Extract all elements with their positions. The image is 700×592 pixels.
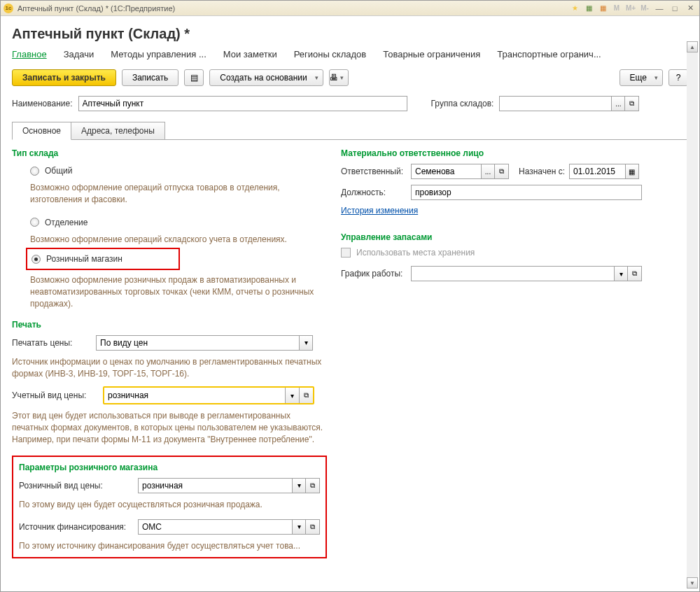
help-price-source: Источник информации о ценах по умолчанию… — [12, 356, 327, 380]
calculator-icon[interactable]: ▦ — [583, 3, 594, 14]
wh-type-title: Тип склада — [12, 148, 327, 158]
more-button[interactable]: Еще — [620, 69, 663, 86]
responsible-input[interactable] — [411, 164, 481, 179]
memory-m-icon[interactable]: M — [611, 3, 622, 14]
scroll-up-button[interactable]: ▲ — [687, 41, 698, 52]
list-icon-button[interactable]: ▤ — [184, 69, 204, 86]
nav-tab-notes[interactable]: Мои заметки — [223, 49, 277, 59]
titlebar-text: Аптечный пункт (Склад) * (1С:Предприятие… — [18, 4, 569, 13]
toolbar: Записать и закрыть Записать ▤ Создать на… — [12, 69, 688, 86]
schedule-label: График работы: — [341, 269, 411, 279]
help-retail-price: По этому виду цен будет осуществляться р… — [19, 499, 320, 511]
stock-title: Управление запасами — [341, 232, 688, 242]
radio-retail-label: Розничный магазин — [46, 254, 122, 264]
memory-mminus-icon[interactable]: M- — [639, 3, 650, 14]
retail-price-dropdown-button[interactable]: ▾ — [292, 478, 306, 493]
nav-tabs: Главное Задачи Методы управления ... Мои… — [12, 49, 688, 59]
scroll-track[interactable] — [687, 52, 698, 577]
responsible-label: Ответственный: — [341, 167, 411, 176]
mol-title: Материально ответственное лицо — [341, 148, 688, 158]
radio-dept[interactable]: Отделение — [12, 216, 327, 230]
memory-mplus-icon[interactable]: M+ — [625, 3, 636, 14]
calendar-icon[interactable]: ▦ — [597, 3, 608, 14]
scroll-down-button[interactable]: ▼ — [687, 577, 698, 589]
schedule-dropdown-button[interactable]: ▾ — [614, 266, 628, 281]
save-button[interactable]: Записать — [122, 69, 178, 86]
radio-icon — [30, 167, 39, 176]
retail-params-box: Параметры розничного магазина Розничный … — [12, 456, 327, 559]
inner-tab-addresses[interactable]: Адреса, телефоны — [71, 122, 165, 140]
retail-price-input[interactable] — [138, 478, 292, 493]
acc-price-dropdown-button[interactable]: ▾ — [285, 388, 299, 403]
help-dept: Возможно оформление операций складского … — [12, 234, 327, 246]
acc-price-open-button[interactable]: ⧉ — [299, 388, 313, 403]
assigned-from-calendar-button[interactable]: ▦ — [625, 164, 639, 179]
print-title: Печать — [12, 320, 327, 330]
schedule-open-button[interactable]: ⧉ — [628, 266, 642, 281]
help-acc-price: Этот вид цен будет использоваться при вы… — [12, 410, 327, 445]
favorite-icon[interactable]: ★ — [569, 3, 580, 14]
help-retail: Возможно оформление розничных продаж в а… — [12, 274, 327, 309]
retail-title: Параметры розничного магазина — [19, 463, 320, 472]
schedule-input[interactable] — [411, 266, 614, 281]
inner-tab-main[interactable]: Основное — [12, 122, 71, 140]
nav-tab-goods-limits[interactable]: Товарные ограничения — [383, 49, 480, 59]
radio-icon — [31, 255, 41, 264]
retail-price-label: Розничный вид цены: — [19, 481, 138, 491]
acc-price-input[interactable] — [104, 388, 285, 403]
nav-tab-transport-limits[interactable]: Транспортные огранич... — [497, 49, 601, 59]
price-print-label: Печатать цены: — [12, 338, 96, 348]
history-link[interactable]: История изменения — [341, 206, 418, 216]
nav-tab-tasks[interactable]: Задачи — [64, 49, 94, 59]
price-print-input[interactable] — [96, 335, 299, 351]
fin-source-input[interactable] — [138, 519, 292, 535]
assigned-from-input[interactable] — [569, 164, 625, 179]
nav-tab-regions[interactable]: Регионы складов — [294, 49, 367, 59]
job-input[interactable] — [411, 185, 642, 200]
responsible-open-button[interactable]: ⧉ — [495, 164, 509, 179]
acc-price-label: Учетный вид цены: — [12, 390, 103, 400]
radio-icon — [30, 218, 39, 227]
nav-tab-main[interactable]: Главное — [12, 49, 47, 59]
app-icon: 1c — [4, 3, 13, 13]
radio-common[interactable]: Общий — [12, 164, 327, 178]
scrollbar[interactable]: ▲ ▼ — [687, 41, 698, 589]
assigned-from-label: Назначен с: — [519, 167, 565, 176]
group-input[interactable] — [499, 96, 611, 111]
group-open-button[interactable]: ⧉ — [625, 96, 639, 111]
price-print-dropdown-button[interactable]: ▾ — [299, 335, 313, 351]
maximize-button[interactable]: □ — [668, 3, 681, 14]
fin-source-dropdown-button[interactable]: ▾ — [292, 519, 306, 535]
save-close-button[interactable]: Записать и закрыть — [12, 69, 116, 86]
job-label: Должность: — [341, 188, 411, 197]
nav-tab-methods[interactable]: Методы управления ... — [111, 49, 206, 59]
use-places-label: Использовать места хранения — [356, 248, 475, 258]
radio-common-label: Общий — [45, 166, 73, 176]
fin-source-label: Источник финансирования: — [19, 522, 138, 532]
help-fin-source: По этому источнику финансирования будет … — [19, 540, 320, 552]
group-ellipsis-button[interactable]: ... — [611, 96, 625, 111]
radio-dept-label: Отделение — [45, 218, 88, 227]
help-common: Возможно оформление операций отпуска тов… — [12, 182, 327, 206]
name-label: Наименование: — [12, 99, 73, 108]
checkbox-icon — [341, 248, 351, 258]
create-based-button[interactable]: Создать на основании — [209, 69, 323, 86]
inner-tabs: Основное Адреса, телефоны — [12, 121, 688, 139]
help-button[interactable]: ? — [668, 69, 688, 86]
group-label: Группа складов: — [431, 99, 494, 108]
titlebar: 1c Аптечный пункт (Склад) * (1С:Предприя… — [1, 1, 699, 16]
fin-source-open-button[interactable]: ⧉ — [306, 519, 320, 535]
page-title: Аптечный пункт (Склад) * — [12, 26, 688, 42]
radio-retail[interactable]: Розничный магазин — [30, 252, 122, 266]
close-button[interactable]: ✕ — [684, 3, 696, 14]
responsible-ellipsis-button[interactable]: ... — [481, 164, 495, 179]
use-places-checkbox-row[interactable]: Использовать места хранения — [341, 248, 688, 258]
name-input[interactable] — [78, 96, 407, 111]
retail-price-open-button[interactable]: ⧉ — [306, 478, 320, 493]
minimize-button[interactable]: — — [653, 3, 666, 14]
print-icon-button[interactable]: 🖶 — [329, 69, 349, 86]
